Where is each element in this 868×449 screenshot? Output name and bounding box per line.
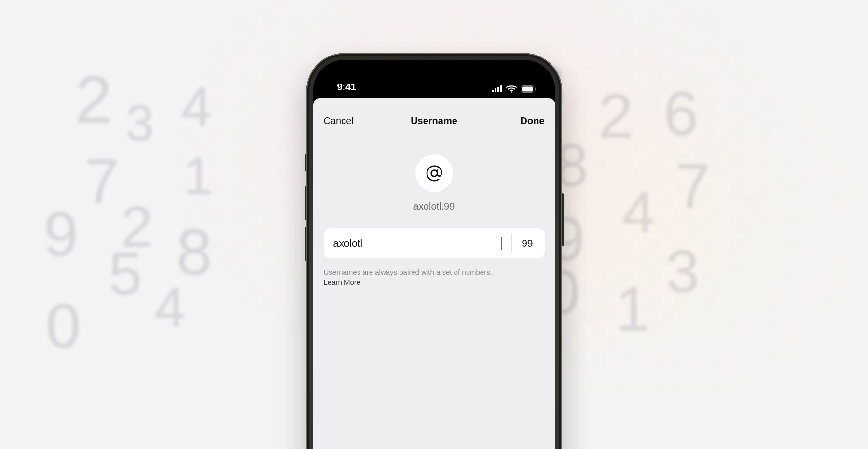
sheet-title: Username	[411, 115, 457, 126]
bg-number: 3	[666, 237, 700, 306]
username-sheet: Cancel Username Done axolotl.99	[313, 106, 555, 449]
bg-number: 5	[109, 239, 142, 308]
username-input[interactable]: axolotl	[333, 238, 502, 249]
bg-number: 8	[176, 215, 212, 290]
svg-rect-6	[522, 86, 533, 91]
bg-number: 7	[84, 145, 119, 217]
svg-rect-7	[535, 87, 536, 90]
bg-number: 1	[183, 145, 213, 206]
bg-number: 1	[615, 273, 650, 345]
dynamic-island	[398, 69, 470, 89]
text-cursor	[501, 237, 502, 250]
bg-number: 2	[598, 80, 633, 152]
cellular-icon	[492, 85, 502, 92]
svg-point-8	[431, 170, 437, 177]
bg-number: 3	[125, 94, 153, 152]
wifi-icon	[506, 85, 517, 93]
svg-rect-0	[492, 90, 494, 92]
hint-body: Usernames are always paired with a set o…	[324, 268, 492, 276]
bg-number: 4	[181, 75, 212, 139]
bg-number: 2	[121, 193, 153, 260]
username-suffix: 99	[512, 228, 544, 258]
bg-number: 9	[43, 198, 78, 270]
bg-number: 2	[75, 60, 112, 139]
cancel-button[interactable]: Cancel	[324, 115, 362, 126]
username-field: axolotl 99	[324, 228, 545, 258]
sheet-nav: Cancel Username Done	[313, 106, 555, 135]
status-time: 9:41	[337, 82, 356, 93]
bg-number: 7	[675, 150, 710, 222]
svg-rect-1	[495, 88, 496, 92]
phone-mockup: 9:41	[306, 53, 562, 449]
done-button[interactable]: Done	[506, 115, 545, 126]
username-preview: axolotl.99	[324, 201, 545, 212]
learn-more-link[interactable]: Learn More	[324, 278, 361, 286]
bg-number: 4	[622, 179, 655, 245]
at-sign-icon	[415, 154, 453, 192]
svg-rect-2	[497, 87, 499, 92]
svg-rect-3	[500, 85, 502, 92]
hint-text: Usernames are always paired with a set o…	[324, 267, 545, 287]
bg-number: 0	[46, 290, 81, 362]
battery-icon	[521, 85, 536, 93]
bg-number: 4	[154, 275, 185, 339]
svg-point-4	[510, 91, 512, 93]
bg-number: 6	[663, 77, 698, 150]
